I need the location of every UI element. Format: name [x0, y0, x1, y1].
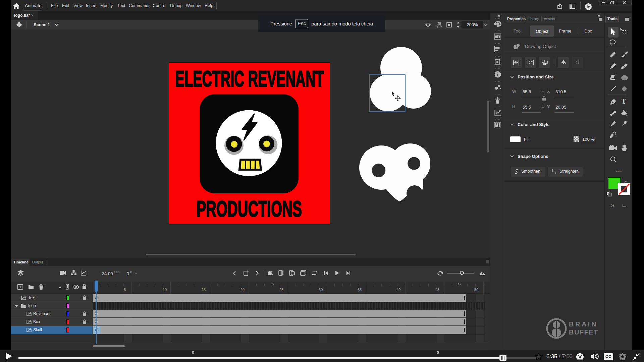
svg-text:BUFFET: BUFFET [569, 328, 598, 336]
svg-text:BRAIN: BRAIN [569, 320, 598, 328]
svg-text:PRODUCTIONS: PRODUCTIONS [197, 196, 302, 221]
svg-text:ELECTRIC REVENANT: ELECTRIC REVENANT [175, 66, 324, 91]
